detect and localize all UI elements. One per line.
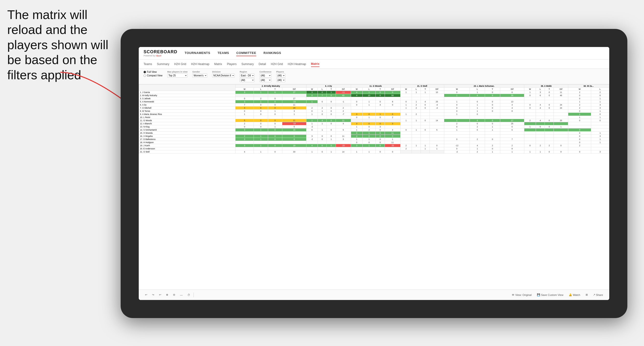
cell [421,138,430,141]
players-all2-select[interactable]: (All) [276,78,286,82]
sub-l4: L [412,88,421,91]
subnav-matrix[interactable]: Matrix [214,61,222,67]
sub-l2: L [318,88,327,91]
cell [336,125,351,128]
cell [412,97,421,100]
subnav-summary[interactable]: Summary [157,61,169,67]
cell: 0 [545,94,554,97]
cell: 4 [536,119,544,122]
cell [254,132,268,135]
cell [524,147,536,150]
subnav-summary2[interactable]: Summary [241,61,254,67]
nav-rankings[interactable]: RANKINGS [264,50,281,56]
cell: 3 [236,100,254,103]
cell [500,97,524,100]
nav-teams[interactable]: TEAMS [218,50,229,56]
table-row: 19. J Karrh 31019 400-20 310-35 2110 -12… [139,144,609,147]
cell [545,122,554,125]
save-custom-button[interactable]: 💾 Save Custom View [536,293,565,297]
separator-btn[interactable]: — [178,293,184,297]
conference-all2-select[interactable]: (All) [260,78,272,82]
cell [254,94,268,97]
cell [554,138,568,141]
cell [545,100,554,103]
division-select[interactable]: NCAA Division II [212,73,235,78]
players-select[interactable]: (All) [276,73,286,78]
cell: -4 [430,103,444,107]
subnav-players[interactable]: Players [227,61,236,67]
cell: 0 [524,107,536,110]
cell: 3 [591,150,609,154]
cell: 0 [236,97,254,100]
radio-full-dot [144,71,146,73]
sub-w5: W [444,88,470,91]
player-name: 10. L Perini [139,116,236,119]
view-full-option[interactable]: Full View [144,71,162,73]
cell: 3 [376,125,385,128]
cell: 0 [376,116,385,119]
cell [327,147,336,150]
cell: 11 [282,103,306,107]
cell: 7 [318,94,327,97]
cell: 1 [412,91,421,94]
cell: 1 [268,110,282,113]
cell: -7 [336,113,351,116]
cell: 3 [536,91,544,94]
nav-committee[interactable]: COMMITTEE [236,50,256,56]
grid-button[interactable]: ⊞ [584,293,589,297]
back-button[interactable]: ↩ [158,293,163,297]
cell: 0 [376,144,385,147]
cell: 1 [554,125,568,128]
subnav-h2h-heatmap[interactable]: H2H Heatmap [191,61,210,67]
matrix-content[interactable]: 2. M Kelly Mulcahy 6. A Dy 11. G Woods 2… [139,84,609,289]
timer-button[interactable]: ⏱ [186,293,192,297]
region-select[interactable]: East - DII [240,73,254,78]
cell [376,107,385,110]
cell: 0 [485,119,500,122]
cell: 0 [318,144,327,147]
cell: 0 [545,103,554,107]
subnav-matrix2[interactable]: Matrix [311,61,320,67]
nav-tournaments[interactable]: TOURNAMENTS [184,50,210,56]
max-players-select[interactable]: Top 25 [167,73,188,78]
watch-button[interactable]: 🔔 Watch [567,293,582,297]
conference-select[interactable]: (All) [260,73,272,78]
gender-select[interactable]: Women's [192,73,207,78]
zoom-out-button[interactable]: ⊖ [172,293,176,297]
cell: 18 [282,107,306,110]
cell [421,135,430,138]
cell [545,113,554,116]
cell: 0 [268,113,282,116]
redo-button[interactable]: ↪ [150,293,156,297]
share-button[interactable]: ↗ Share [592,293,604,297]
subnav-h2h-heatmap2[interactable]: H2H Heatmap [288,61,306,67]
subnav-h2h-grid2[interactable]: H2H Grid [271,61,283,67]
cell [554,97,568,100]
cell: 10 [363,94,376,97]
filter-division: Division NCAA Division II [212,71,235,78]
cell: 2 [336,110,351,113]
cell: 0 [568,97,591,100]
subnav-h2h-grid[interactable]: H2H Grid [174,61,186,67]
cell [554,116,568,119]
cell: 0 [327,122,336,125]
cell [430,138,444,141]
cell: 1 [327,150,336,154]
cell [412,110,421,113]
region-all-select[interactable]: (All) [240,78,254,82]
view-original-button[interactable]: 👁 View: Original [510,293,533,297]
cell [385,119,400,122]
undo-button[interactable]: ↩ [144,293,149,297]
cell [318,103,327,107]
cell [430,94,444,97]
cell [282,141,306,144]
refresh-button[interactable]: ⊕ [164,293,170,297]
view-compact-option[interactable]: Compact View [144,74,162,77]
cell: 1 [254,128,268,132]
cell: 11 [282,119,306,122]
cell: 0 [385,113,400,116]
subnav-teams[interactable]: Teams [144,61,152,67]
cell [536,147,544,150]
subnav-detail[interactable]: Detail [259,61,266,67]
cell [430,141,444,144]
